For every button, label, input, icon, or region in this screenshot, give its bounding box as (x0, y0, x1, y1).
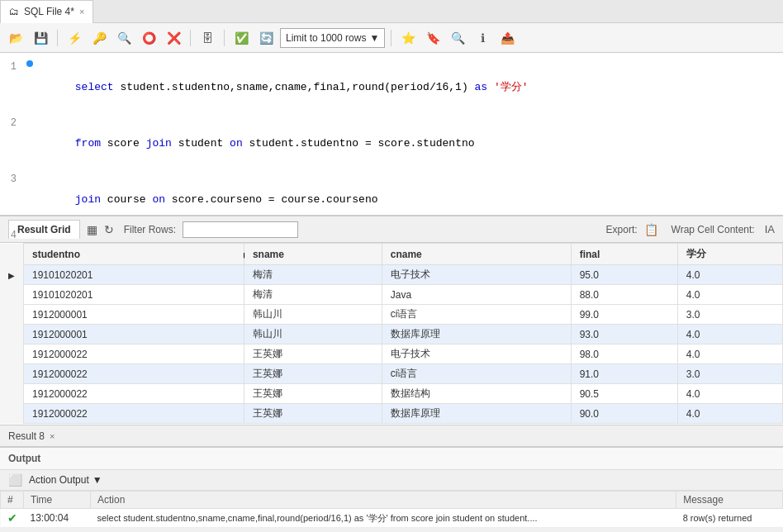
col-header-studentno: studentno (24, 244, 244, 265)
sep-4 (391, 30, 392, 46)
table-cell: 1912000001 (24, 325, 244, 344)
table-cell: 1912000022 (24, 364, 244, 384)
output-row: ✔13:00:04select student.studentno,sname,… (1, 509, 783, 528)
output-col-message: Message (676, 492, 783, 509)
sql-editor[interactable]: 1 select student.studentno,sname,cname,f… (0, 53, 783, 216)
table-cell: 4.0 (677, 344, 782, 364)
col-header-sname: sname (244, 244, 382, 265)
output-header: Output (0, 448, 783, 470)
col-header-final: final (571, 244, 677, 265)
output-toolbar: ⬜ Action Output ▼ (0, 470, 783, 491)
export-toolbar-button[interactable]: 📤 (496, 27, 518, 49)
save-button[interactable]: 💾 (30, 27, 51, 49)
tab-icon: 🗂 (9, 6, 19, 17)
table-row[interactable]: 1912000001韩山川数据库原理93.04.0 (0, 325, 783, 344)
sep-3 (224, 30, 225, 46)
table-row[interactable]: 19101020201梅清Java88.04.0 (0, 285, 783, 305)
sql-file-tab[interactable]: 🗂 SQL File 4* × (0, 0, 93, 23)
line-number-2: 2 (0, 116, 23, 129)
output-col-hash: # (1, 492, 24, 509)
table-cell: ci语言 (382, 305, 571, 325)
schema-button[interactable]: 🗄 (197, 27, 218, 49)
table-row[interactable]: 1912000022王英娜数据结构90.54.0 (0, 384, 783, 404)
output-section: Output ⬜ Action Output ▼ # Time Action M… (0, 446, 783, 528)
info-button[interactable]: ℹ (472, 27, 493, 49)
table-cell: 1912000022 (24, 344, 244, 364)
output-col-action: Action (90, 492, 676, 509)
row-indicator-cell (0, 404, 24, 424)
table-cell: 88.0 (571, 285, 677, 305)
sql-line-3: 3 join course on score.courseno = course… (0, 172, 783, 228)
col-header-xufen: 学分 (677, 244, 782, 265)
result-footer: Result 8 × (0, 425, 783, 446)
action-output-arrow: ▼ (93, 474, 102, 486)
table-cell: 1912000001 (24, 305, 244, 325)
table-cell: 电子技术 (382, 344, 571, 364)
table-cell: 3.0 (677, 364, 782, 384)
sep-1 (57, 30, 58, 46)
sql-code-3: join course on score.courseno = course.c… (36, 173, 783, 227)
table-cell: 4.0 (677, 384, 782, 404)
table-cell: 98.0 (571, 344, 677, 364)
table-cell: ci语言 (382, 364, 571, 384)
row-indicator-cell (0, 325, 24, 344)
action-output-select[interactable]: Action Output ▼ (29, 474, 102, 486)
line-number-4: 4 (0, 229, 23, 241)
line-indicator-1 (23, 60, 36, 67)
table-cell: 韩山川 (244, 305, 382, 325)
line-number-1: 1 (0, 60, 23, 73)
tab-bar: 🗂 SQL File 4* × (0, 0, 783, 23)
inspect-button[interactable]: 🔍 (113, 27, 135, 49)
row-indicator-cell (0, 305, 24, 325)
table-cell: 3.0 (677, 305, 782, 325)
table-row[interactable]: 1912000022王英娜ci语言91.03.0 (0, 364, 783, 384)
sql-code-1: select student.studentno,sname,cname,fin… (36, 60, 783, 115)
open-button[interactable]: 📂 (5, 27, 26, 49)
output-row-hash: ✔ (1, 509, 24, 528)
reload-button[interactable]: 🔄 (255, 27, 277, 49)
table-cell: 99.0 (571, 305, 677, 325)
table-cell: Java (382, 285, 571, 305)
main-toolbar: 📂 💾 ⚡ 🔑 🔍 ⭕ ❌ 🗄 ✅ 🔄 Limit to 1000 rows ▼… (0, 23, 783, 53)
output-toolbar-icon: ⬜ (8, 473, 22, 487)
table-cell: 数据库原理 (382, 325, 571, 344)
sql-code-2: from score join student on student.stude… (36, 116, 783, 171)
execute-button[interactable]: ⚡ (64, 27, 85, 49)
row-indicator-cell (0, 384, 24, 404)
sql-line-2: 2 from score join student on student.stu… (0, 116, 783, 172)
breakpoint-dot (26, 60, 33, 67)
action-output-label: Action Output (29, 474, 89, 486)
limit-label: Limit to 1000 rows (286, 32, 366, 44)
col-header-cname: cname (382, 244, 571, 265)
search-button[interactable]: 🔍 (447, 27, 468, 49)
output-table: # Time Action Message ✔13:00:04select st… (0, 491, 783, 528)
limit-select[interactable]: Limit to 1000 rows ▼ (280, 28, 385, 48)
result-close-icon[interactable]: × (50, 431, 55, 441)
tab-close-icon[interactable]: × (79, 7, 84, 17)
table-cell: 1912000022 (24, 384, 244, 404)
cancel-button[interactable]: ❌ (163, 27, 184, 49)
tab-label: SQL File 4* (24, 6, 74, 17)
table-row[interactable]: 1912000022王英娜数据库原理90.04.0 (0, 404, 783, 424)
explain-button[interactable]: 🔑 (88, 27, 110, 49)
row-indicator-cell (0, 344, 24, 364)
table-cell: 4.0 (677, 325, 782, 344)
table-cell: 4.0 (677, 285, 782, 305)
table-row[interactable]: 1912000022王英娜电子技术98.04.0 (0, 344, 783, 364)
line-number-3: 3 (0, 173, 23, 185)
table-row[interactable]: 1912000001韩山川ci语言99.03.0 (0, 305, 783, 325)
bookmark-button[interactable]: 🔖 (422, 27, 444, 49)
check-button[interactable]: ✅ (230, 27, 252, 49)
row-indicator-header (0, 244, 24, 265)
table-cell: 王英娜 (244, 344, 382, 364)
limit-arrow: ▼ (369, 32, 379, 44)
star-button[interactable]: ⭐ (397, 27, 419, 49)
stop-button[interactable]: ⭕ (138, 27, 159, 49)
table-cell: 王英娜 (244, 404, 382, 424)
table-cell: 93.0 (571, 325, 677, 344)
output-row-action: select student.studentno,sname,cname,fin… (90, 509, 676, 528)
table-cell: 90.5 (571, 384, 677, 404)
table-cell: 王英娜 (244, 384, 382, 404)
row-indicator-cell (0, 364, 24, 384)
result-count-label: Result 8 (8, 430, 45, 442)
